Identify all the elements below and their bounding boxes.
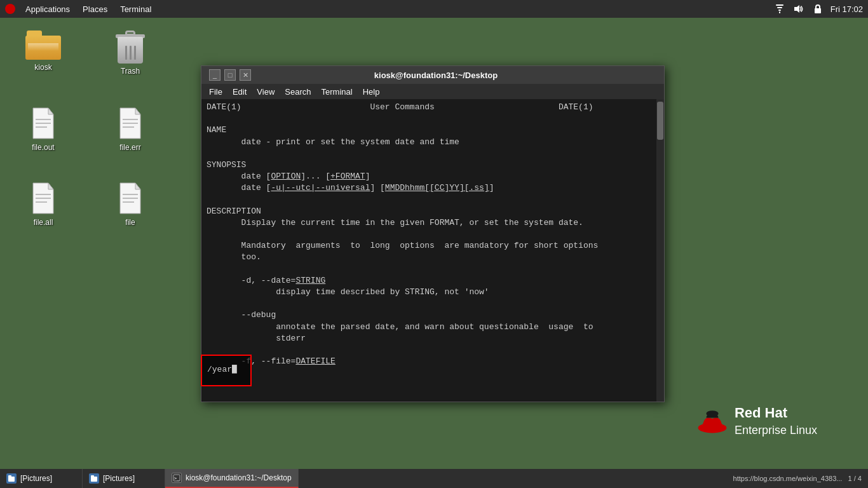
taskbar-label-terminal: kiosk@foundation31:~/Desktop bbox=[186, 473, 292, 482]
lock-icon[interactable] bbox=[811, 3, 824, 15]
file-icon-svg bbox=[28, 107, 58, 140]
svg-marker-17 bbox=[48, 183, 53, 189]
desktop-icon-trash[interactable]: Trash bbox=[105, 30, 156, 76]
svg-rect-0 bbox=[776, 4, 783, 6]
terminal-scroll-area[interactable]: DATE(1) User Commands DATE(1) NAME date … bbox=[201, 99, 656, 402]
terminal-view-menu[interactable]: View bbox=[252, 86, 280, 98]
svg-marker-7 bbox=[48, 108, 53, 114]
desktop-icon-file[interactable]: file bbox=[105, 182, 156, 227]
topbar-left: Applications Places Terminal bbox=[5, 3, 156, 15]
terminal-maximize-button[interactable]: □ bbox=[224, 69, 236, 81]
file-icon-svg-file bbox=[115, 182, 146, 215]
terminal-edit-menu[interactable]: Edit bbox=[227, 86, 252, 98]
svg-rect-30 bbox=[91, 477, 97, 482]
icon-label-trash: Trash bbox=[119, 66, 142, 76]
terminal-terminal-menu[interactable]: Terminal bbox=[316, 86, 358, 98]
redhat-text: Red HatEnterprise Linux bbox=[735, 405, 817, 437]
desktop-icon-file-err[interactable]: file.err bbox=[105, 107, 156, 152]
taskbar-url-info: https://blog.csdn.me/weixin_4383... 1 / … bbox=[733, 475, 862, 482]
taskbar-item-pictures-1[interactable]: [Pictures] bbox=[0, 469, 83, 488]
terminal-menubar: File Edit View Search Terminal Help bbox=[201, 84, 664, 99]
redhat-logo: Red HatEnterprise Linux bbox=[696, 405, 817, 437]
svg-marker-4 bbox=[794, 5, 799, 13]
taskbar-right-info: https://blog.csdn.me/weixin_4383... 1 / … bbox=[733, 475, 868, 482]
terminal-window: _ □ ✕ kiosk@foundation31:~/Desktop File … bbox=[201, 65, 665, 402]
desktop: kiosk Trash file.out bbox=[0, 18, 868, 469]
terminal-file-menu[interactable]: File bbox=[204, 86, 227, 98]
icon-label-kiosk: kiosk bbox=[32, 62, 53, 72]
taskbar-item-terminal[interactable]: >_ kiosk@foundation31:~/Desktop bbox=[165, 469, 299, 488]
applications-menu[interactable]: Applications bbox=[20, 3, 75, 15]
terminal-taskbar-icon: >_ bbox=[172, 473, 182, 483]
file-manager-icon-1 bbox=[6, 473, 17, 484]
redhat-icon bbox=[5, 4, 15, 14]
terminal-window-controls: _ □ ✕ bbox=[207, 69, 251, 81]
icon-label-file: file bbox=[123, 217, 137, 227]
svg-rect-1 bbox=[777, 7, 782, 8]
terminal-content: DATE(1) User Commands DATE(1) NAME date … bbox=[201, 99, 664, 402]
desktop-icon-file-all[interactable]: file.all bbox=[18, 182, 69, 227]
taskbar-item-pictures-2[interactable]: [Pictures] bbox=[83, 469, 165, 488]
svg-point-27 bbox=[706, 410, 718, 417]
svg-marker-22 bbox=[135, 183, 140, 189]
svg-rect-2 bbox=[778, 10, 781, 11]
terminal-search-menu[interactable]: Search bbox=[280, 86, 316, 98]
svg-rect-28 bbox=[8, 477, 15, 482]
svg-rect-31 bbox=[91, 475, 94, 477]
file-icon-svg-all bbox=[28, 182, 58, 215]
terminal-menu[interactable]: Terminal bbox=[115, 3, 156, 15]
terminal-help-menu[interactable]: Help bbox=[358, 86, 385, 98]
desktop-icon-kiosk[interactable]: kiosk bbox=[18, 30, 69, 72]
network-icon[interactable] bbox=[773, 3, 786, 15]
icon-label-file-all: file.all bbox=[32, 217, 55, 227]
redhat-hat-icon bbox=[696, 409, 728, 434]
terminal-titlebar: _ □ ✕ kiosk@foundation31:~/Desktop bbox=[201, 66, 664, 84]
file-manager-icon-2 bbox=[89, 473, 99, 484]
topbar: Applications Places Terminal bbox=[0, 0, 868, 18]
svg-rect-3 bbox=[779, 11, 780, 13]
svg-rect-29 bbox=[8, 475, 11, 477]
svg-rect-5 bbox=[815, 8, 821, 13]
taskbar: [Pictures] [Pictures] >_ kiosk@foundatio… bbox=[0, 469, 868, 488]
terminal-output: DATE(1) User Commands DATE(1) NAME date … bbox=[207, 102, 651, 367]
file-icon-svg-err bbox=[115, 107, 146, 140]
terminal-title: kiosk@foundation31:~/Desktop bbox=[251, 71, 621, 80]
terminal-minimize-button[interactable]: _ bbox=[209, 69, 220, 81]
topbar-right: Fri 17:02 bbox=[773, 3, 863, 15]
volume-icon[interactable] bbox=[792, 3, 805, 15]
svg-marker-12 bbox=[135, 108, 140, 114]
terminal-scrollbar[interactable] bbox=[656, 99, 664, 402]
clock: Fri 17:02 bbox=[831, 4, 863, 14]
desktop-icon-file-out[interactable]: file.out bbox=[18, 107, 69, 152]
scrollbar-thumb[interactable] bbox=[657, 102, 663, 140]
taskbar-label-pictures-1: [Pictures] bbox=[20, 474, 52, 483]
icon-label-file-out: file.out bbox=[30, 142, 56, 152]
svg-text:>_: >_ bbox=[174, 476, 180, 481]
icon-label-file-err: file.err bbox=[118, 142, 142, 152]
terminal-close-button[interactable]: ✕ bbox=[240, 69, 251, 81]
places-menu[interactable]: Places bbox=[78, 3, 112, 15]
taskbar-label-pictures-2: [Pictures] bbox=[103, 474, 135, 483]
